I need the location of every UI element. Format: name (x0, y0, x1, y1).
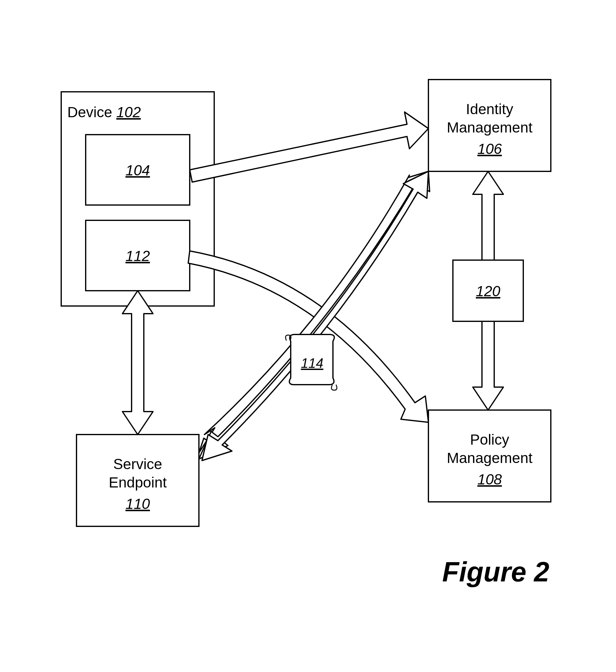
service-line1: Service (113, 456, 162, 472)
device-label: Device (67, 104, 112, 120)
identity-management-box: Identity Management 106 (428, 80, 551, 171)
arrow-112-service (122, 291, 153, 435)
inner-box-104: 104 (86, 135, 190, 205)
policy-management-box: Policy Management 108 (428, 410, 551, 502)
identity-ref: 106 (477, 141, 502, 157)
box-120-ref-overlay: 120 (476, 283, 500, 299)
arrow-104-to-identity (190, 112, 428, 182)
identity-line2: Management (447, 119, 532, 136)
policy-line2: Management (447, 450, 532, 466)
svg-text:Device 102: Device 102 (67, 104, 141, 120)
policy-ref: 108 (477, 471, 502, 487)
inner-box-112: 112 (86, 220, 190, 291)
policy-line1: Policy (470, 431, 509, 448)
service-endpoint-box: Service Endpoint 110 (77, 435, 199, 526)
scroll-icon: 114 (286, 334, 337, 390)
figure-caption: Figure 2 (442, 557, 549, 587)
inner-112-ref: 112 (125, 248, 150, 264)
service-line2: Endpoint (109, 474, 167, 491)
inner-104-ref: 104 (125, 162, 150, 178)
device-ref: 102 (116, 104, 141, 120)
service-ref: 110 (125, 496, 150, 512)
identity-line1: Identity (466, 101, 513, 117)
scroll-ref: 114 (301, 356, 323, 371)
